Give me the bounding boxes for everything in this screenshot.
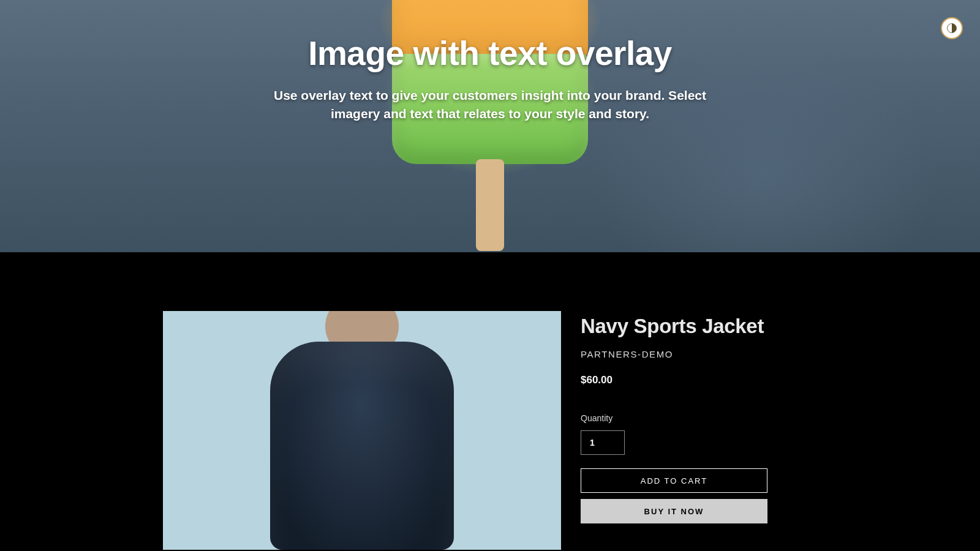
- product-vendor: PARTNERS-DEMO: [581, 349, 817, 359]
- hero-title: Image with text overlay: [308, 34, 672, 73]
- product-price: $60.00: [581, 374, 817, 386]
- buy-it-now-button[interactable]: BUY IT NOW: [581, 499, 767, 523]
- product-section: Navy Sports Jacket PARTNERS-DEMO $60.00 …: [0, 252, 980, 550]
- product-details: Navy Sports Jacket PARTNERS-DEMO $60.00 …: [581, 311, 817, 550]
- hero-section: Image with text overlay Use overlay text…: [0, 0, 980, 252]
- theme-toggle-button[interactable]: [941, 17, 963, 39]
- half-moon-icon: [946, 22, 958, 34]
- product-inner: Navy Sports Jacket PARTNERS-DEMO $60.00 …: [153, 311, 827, 550]
- quantity-input[interactable]: [581, 430, 625, 455]
- quantity-label: Quantity: [581, 413, 817, 423]
- hero-overlay: Image with text overlay Use overlay text…: [0, 0, 980, 252]
- hero-subtitle: Use overlay text to give your customers …: [270, 86, 710, 124]
- product-title: Navy Sports Jacket: [581, 315, 817, 338]
- add-to-cart-button[interactable]: ADD TO CART: [581, 468, 767, 493]
- product-image[interactable]: [163, 311, 561, 550]
- product-image-body: [270, 342, 454, 550]
